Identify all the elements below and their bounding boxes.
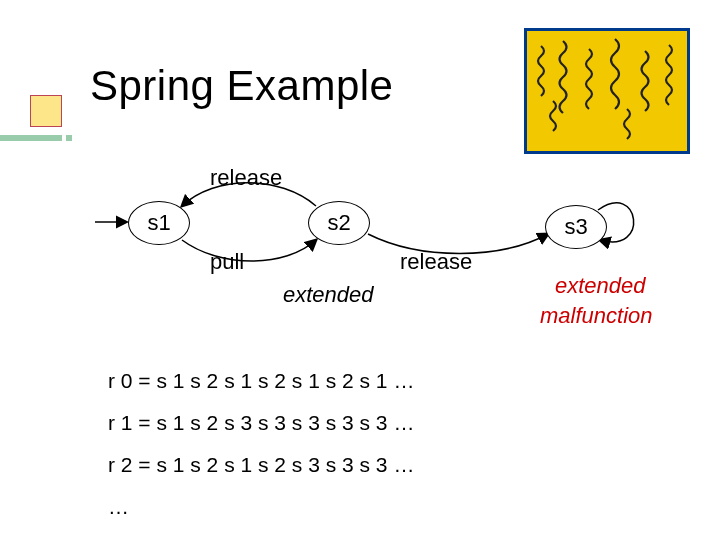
state-s1-label: s1 xyxy=(147,210,170,236)
accent-box xyxy=(30,95,62,127)
state-s3-label: s3 xyxy=(564,214,587,240)
trace-r0: r 0 = s 1 s 2 s 1 s 2 s 1 s 2 s 1 … xyxy=(108,360,414,402)
edge-label-release-top: release xyxy=(210,165,282,191)
annotation-malfunction: malfunction xyxy=(540,303,653,329)
trace-r1: r 1 = s 1 s 2 s 3 s 3 s 3 s 3 s 3 … xyxy=(108,402,414,444)
state-s2-label: s2 xyxy=(327,210,350,236)
springs-image xyxy=(524,28,690,154)
accent-dot xyxy=(66,135,72,141)
state-s2: s2 xyxy=(308,201,370,245)
slide: Spring Example xyxy=(0,0,720,540)
page-title: Spring Example xyxy=(90,62,393,110)
trace-dots: … xyxy=(108,486,414,528)
state-s1: s1 xyxy=(128,201,190,245)
trace-r2: r 2 = s 1 s 2 s 1 s 2 s 3 s 3 s 3 … xyxy=(108,444,414,486)
annotation-extended-s2: extended xyxy=(283,282,374,308)
annotation-extended-s3: extended xyxy=(555,273,646,299)
accent-bar xyxy=(0,135,62,141)
edge-label-pull: pull xyxy=(210,249,244,275)
edge-label-release-mid: release xyxy=(400,249,472,275)
trace-list: r 0 = s 1 s 2 s 1 s 2 s 1 s 2 s 1 … r 1 … xyxy=(108,360,414,528)
state-s3: s3 xyxy=(545,205,607,249)
